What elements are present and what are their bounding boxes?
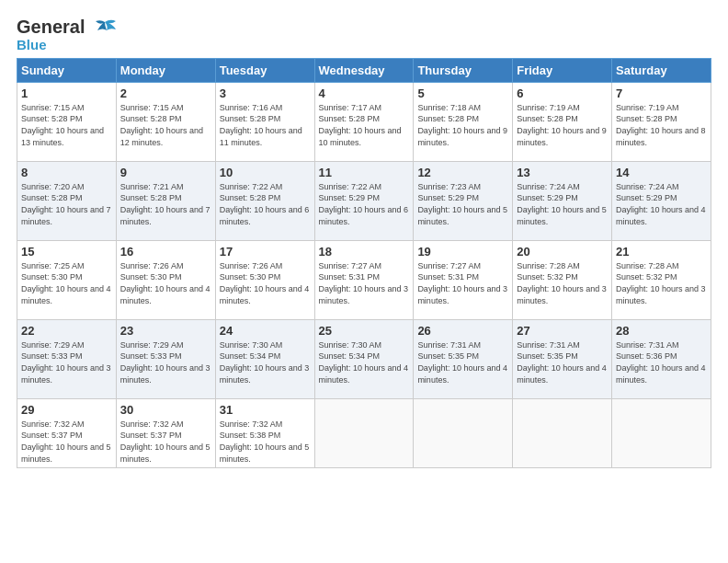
- day-number: 20: [517, 245, 608, 259]
- logo-bird-icon: [92, 18, 118, 39]
- day-info: Sunrise: 7:32 AMSunset: 5:37 PMDaylight:…: [120, 419, 210, 464]
- day-header-monday: Monday: [116, 58, 215, 82]
- calendar-week-row: 29 Sunrise: 7:32 AMSunset: 5:37 PMDaylig…: [17, 398, 711, 467]
- day-number: 21: [616, 245, 707, 259]
- calendar-cell: 1 Sunrise: 7:15 AMSunset: 5:28 PMDayligh…: [17, 82, 117, 161]
- day-number: 3: [220, 86, 311, 100]
- day-header-friday: Friday: [513, 58, 612, 82]
- day-info: Sunrise: 7:27 AMSunset: 5:31 PMDaylight:…: [319, 261, 409, 305]
- day-info: Sunrise: 7:29 AMSunset: 5:33 PMDaylight:…: [21, 340, 111, 385]
- day-number: 31: [220, 403, 311, 417]
- day-info: Sunrise: 7:22 AMSunset: 5:29 PMDaylight:…: [319, 182, 409, 226]
- day-number: 6: [517, 86, 608, 100]
- calendar-cell: 21 Sunrise: 7:28 AMSunset: 5:32 PMDaylig…: [612, 240, 711, 319]
- day-info: Sunrise: 7:16 AMSunset: 5:28 PMDaylight:…: [220, 103, 302, 147]
- day-info: Sunrise: 7:15 AMSunset: 5:28 PMDaylight:…: [21, 103, 104, 147]
- page: General Blue SundayMondayTuesdayWednesda…: [0, 0, 728, 563]
- day-number: 8: [21, 166, 112, 179]
- day-info: Sunrise: 7:24 AMSunset: 5:29 PMDaylight:…: [616, 182, 706, 226]
- calendar-cell: 17 Sunrise: 7:26 AMSunset: 5:30 PMDaylig…: [215, 240, 314, 319]
- day-number: 1: [21, 86, 112, 100]
- day-header-sunday: Sunday: [17, 58, 117, 82]
- calendar-week-row: 8 Sunrise: 7:20 AMSunset: 5:28 PMDayligh…: [17, 161, 711, 240]
- day-number: 12: [417, 166, 508, 179]
- day-info: Sunrise: 7:21 AMSunset: 5:28 PMDaylight:…: [120, 182, 210, 226]
- calendar-cell: 12 Sunrise: 7:23 AMSunset: 5:29 PMDaylig…: [414, 161, 513, 240]
- calendar-cell: [414, 398, 513, 467]
- day-info: Sunrise: 7:32 AMSunset: 5:37 PMDaylight:…: [21, 419, 111, 464]
- day-info: Sunrise: 7:15 AMSunset: 5:28 PMDaylight:…: [120, 103, 203, 147]
- day-info: Sunrise: 7:31 AMSunset: 5:36 PMDaylight:…: [616, 340, 706, 385]
- day-info: Sunrise: 7:24 AMSunset: 5:29 PMDaylight:…: [517, 182, 607, 226]
- calendar-cell: 11 Sunrise: 7:22 AMSunset: 5:29 PMDaylig…: [314, 161, 414, 240]
- day-number: 17: [220, 245, 311, 259]
- day-info: Sunrise: 7:30 AMSunset: 5:34 PMDaylight:…: [319, 340, 409, 385]
- calendar-cell: 28 Sunrise: 7:31 AMSunset: 5:36 PMDaylig…: [612, 319, 711, 398]
- calendar-cell: [513, 398, 612, 467]
- day-info: Sunrise: 7:22 AMSunset: 5:28 PMDaylight:…: [220, 182, 310, 226]
- day-info: Sunrise: 7:32 AMSunset: 5:38 PMDaylight:…: [220, 419, 310, 464]
- day-number: 4: [319, 86, 410, 100]
- day-number: 16: [120, 245, 211, 259]
- day-info: Sunrise: 7:29 AMSunset: 5:33 PMDaylight:…: [120, 340, 210, 385]
- calendar-cell: 31 Sunrise: 7:32 AMSunset: 5:38 PMDaylig…: [215, 398, 314, 467]
- day-number: 30: [120, 403, 211, 417]
- calendar-cell: 4 Sunrise: 7:17 AMSunset: 5:28 PMDayligh…: [314, 82, 414, 161]
- day-number: 28: [616, 324, 707, 338]
- day-number: 29: [21, 403, 112, 417]
- day-number: 24: [220, 324, 311, 338]
- day-number: 22: [21, 324, 112, 338]
- calendar-cell: 29 Sunrise: 7:32 AMSunset: 5:37 PMDaylig…: [17, 398, 117, 467]
- calendar-table: SundayMondayTuesdayWednesdayThursdayFrid…: [17, 58, 711, 468]
- calendar-cell: 26 Sunrise: 7:31 AMSunset: 5:35 PMDaylig…: [414, 319, 513, 398]
- day-info: Sunrise: 7:31 AMSunset: 5:35 PMDaylight:…: [517, 340, 607, 385]
- calendar-cell: 5 Sunrise: 7:18 AMSunset: 5:28 PMDayligh…: [414, 82, 513, 161]
- day-info: Sunrise: 7:26 AMSunset: 5:30 PMDaylight:…: [120, 261, 210, 305]
- day-info: Sunrise: 7:17 AMSunset: 5:28 PMDaylight:…: [319, 103, 402, 147]
- day-number: 5: [417, 86, 508, 100]
- day-header-saturday: Saturday: [612, 58, 711, 82]
- calendar-cell: 14 Sunrise: 7:24 AMSunset: 5:29 PMDaylig…: [612, 161, 711, 240]
- day-info: Sunrise: 7:20 AMSunset: 5:28 PMDaylight:…: [21, 182, 111, 226]
- day-number: 18: [319, 245, 410, 259]
- day-header-tuesday: Tuesday: [215, 58, 314, 82]
- day-number: 15: [21, 245, 112, 259]
- day-info: Sunrise: 7:27 AMSunset: 5:31 PMDaylight:…: [417, 261, 507, 305]
- calendar-cell: 22 Sunrise: 7:29 AMSunset: 5:33 PMDaylig…: [17, 319, 117, 398]
- calendar-cell: 9 Sunrise: 7:21 AMSunset: 5:28 PMDayligh…: [116, 161, 215, 240]
- calendar-cell: 8 Sunrise: 7:20 AMSunset: 5:28 PMDayligh…: [17, 161, 117, 240]
- day-number: 9: [120, 166, 211, 179]
- day-number: 27: [517, 324, 608, 338]
- calendar-week-row: 22 Sunrise: 7:29 AMSunset: 5:33 PMDaylig…: [17, 319, 711, 398]
- day-number: 10: [220, 166, 311, 179]
- calendar-cell: 27 Sunrise: 7:31 AMSunset: 5:35 PMDaylig…: [513, 319, 612, 398]
- day-number: 19: [417, 245, 508, 259]
- day-info: Sunrise: 7:28 AMSunset: 5:32 PMDaylight:…: [517, 261, 607, 305]
- calendar-cell: 6 Sunrise: 7:19 AMSunset: 5:28 PMDayligh…: [513, 82, 612, 161]
- day-info: Sunrise: 7:31 AMSunset: 5:35 PMDaylight:…: [417, 340, 507, 385]
- calendar-cell: 7 Sunrise: 7:19 AMSunset: 5:28 PMDayligh…: [612, 82, 711, 161]
- day-info: Sunrise: 7:23 AMSunset: 5:29 PMDaylight:…: [417, 182, 507, 226]
- day-number: 25: [319, 324, 410, 338]
- calendar-cell: 19 Sunrise: 7:27 AMSunset: 5:31 PMDaylig…: [414, 240, 513, 319]
- day-number: 23: [120, 324, 211, 338]
- calendar-cell: 24 Sunrise: 7:30 AMSunset: 5:34 PMDaylig…: [215, 319, 314, 398]
- header: General Blue: [17, 17, 711, 52]
- day-info: Sunrise: 7:19 AMSunset: 5:28 PMDaylight:…: [616, 103, 706, 147]
- calendar-body: 1 Sunrise: 7:15 AMSunset: 5:28 PMDayligh…: [17, 82, 711, 467]
- day-number: 14: [616, 166, 707, 179]
- day-number: 13: [517, 166, 608, 179]
- calendar-header-row: SundayMondayTuesdayWednesdayThursdayFrid…: [17, 58, 711, 82]
- calendar-week-row: 1 Sunrise: 7:15 AMSunset: 5:28 PMDayligh…: [17, 82, 711, 161]
- day-number: 11: [319, 166, 410, 179]
- calendar-cell: [612, 398, 711, 467]
- calendar-cell: 30 Sunrise: 7:32 AMSunset: 5:37 PMDaylig…: [116, 398, 215, 467]
- day-info: Sunrise: 7:30 AMSunset: 5:34 PMDaylight:…: [220, 340, 310, 385]
- calendar-cell: 2 Sunrise: 7:15 AMSunset: 5:28 PMDayligh…: [116, 82, 215, 161]
- day-info: Sunrise: 7:19 AMSunset: 5:28 PMDaylight:…: [517, 103, 607, 147]
- calendar-cell: 13 Sunrise: 7:24 AMSunset: 5:29 PMDaylig…: [513, 161, 612, 240]
- calendar-cell: 18 Sunrise: 7:27 AMSunset: 5:31 PMDaylig…: [314, 240, 414, 319]
- calendar-cell: 15 Sunrise: 7:25 AMSunset: 5:30 PMDaylig…: [17, 240, 117, 319]
- day-info: Sunrise: 7:26 AMSunset: 5:30 PMDaylight:…: [220, 261, 310, 305]
- day-header-wednesday: Wednesday: [314, 58, 414, 82]
